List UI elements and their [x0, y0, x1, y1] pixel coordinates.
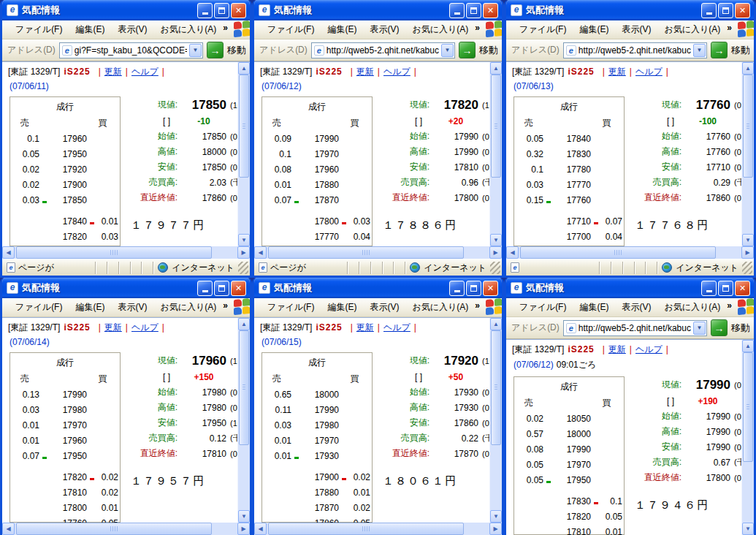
- refresh-link[interactable]: 更新: [104, 322, 122, 334]
- menu-view[interactable]: 表示(V): [615, 20, 657, 39]
- vertical-scroll-thumb[interactable]: [743, 352, 753, 462]
- close-button[interactable]: ✕: [735, 3, 750, 18]
- scroll-down-button[interactable]: ▼: [742, 234, 754, 246]
- menu-file[interactable]: ファイル(F): [513, 298, 573, 316]
- close-button[interactable]: ✕: [483, 3, 498, 18]
- menu-file[interactable]: ファイル(F): [513, 20, 573, 39]
- vertical-scroll-thumb[interactable]: [491, 75, 501, 178]
- vertical-scroll-thumb[interactable]: [239, 330, 249, 445]
- horizontal-scroll-thumb[interactable]: [520, 246, 716, 259]
- menu-favorites[interactable]: お気に入り(A): [153, 20, 223, 39]
- scroll-up-button[interactable]: ▲: [490, 318, 502, 330]
- refresh-link[interactable]: 更新: [356, 66, 374, 78]
- menu-favorites[interactable]: お気に入り(A): [657, 298, 727, 316]
- toolbar-overflow-chevron[interactable]: »: [475, 300, 486, 315]
- menu-edit[interactable]: 編集(E): [573, 20, 615, 39]
- horizontal-scroll-thumb[interactable]: [16, 523, 212, 535]
- horizontal-scrollbar[interactable]: ◀ ▶: [2, 523, 250, 535]
- menu-edit[interactable]: 編集(E): [69, 298, 111, 316]
- maximize-button[interactable]: [214, 3, 229, 18]
- menu-view[interactable]: 表示(V): [363, 20, 405, 39]
- scroll-right-button[interactable]: ▶: [237, 523, 250, 535]
- help-link[interactable]: ヘルプ: [383, 322, 411, 334]
- menu-file[interactable]: ファイル(F): [9, 298, 69, 316]
- scroll-left-button[interactable]: ◀: [254, 523, 267, 535]
- scroll-down-button[interactable]: ▼: [490, 510, 502, 523]
- maximize-button[interactable]: [718, 281, 733, 296]
- scroll-down-button[interactable]: ▼: [238, 510, 250, 523]
- menu-edit[interactable]: 編集(E): [321, 298, 363, 316]
- close-button[interactable]: ✕: [735, 281, 750, 296]
- address-input[interactable]: [579, 323, 691, 333]
- address-dropdown-button[interactable]: ▼: [189, 44, 202, 57]
- minimize-button[interactable]: [449, 281, 465, 296]
- close-button[interactable]: ✕: [483, 281, 498, 296]
- address-input[interactable]: [327, 45, 439, 56]
- scroll-right-button[interactable]: ▶: [489, 523, 502, 535]
- title-bar[interactable]: e 気配情報 ✕: [254, 0, 502, 20]
- menu-edit[interactable]: 編集(E): [321, 20, 363, 39]
- toolbar-overflow-chevron[interactable]: »: [727, 23, 738, 37]
- help-link[interactable]: ヘルプ: [383, 66, 411, 78]
- scroll-down-button[interactable]: ▼: [238, 234, 250, 246]
- title-bar[interactable]: e 気配情報 ✕: [506, 278, 754, 298]
- address-input[interactable]: [75, 45, 187, 56]
- horizontal-scroll-track[interactable]: [519, 246, 741, 259]
- resize-grip[interactable]: [742, 262, 752, 274]
- minimize-button[interactable]: [701, 281, 717, 296]
- scroll-left-button[interactable]: ◀: [254, 246, 267, 259]
- menu-file[interactable]: ファイル(F): [261, 298, 321, 316]
- toolbar-overflow-chevron[interactable]: »: [223, 300, 234, 315]
- scroll-right-button[interactable]: ▶: [489, 246, 502, 259]
- help-link[interactable]: ヘルプ: [635, 66, 663, 78]
- go-button[interactable]: →: [711, 319, 728, 336]
- refresh-link[interactable]: 更新: [356, 322, 374, 334]
- minimize-button[interactable]: [449, 3, 465, 18]
- scroll-up-button[interactable]: ▲: [238, 318, 250, 330]
- toolbar-overflow-chevron[interactable]: »: [475, 23, 486, 37]
- refresh-link[interactable]: 更新: [608, 66, 626, 78]
- menu-view[interactable]: 表示(V): [363, 298, 405, 316]
- resize-grip[interactable]: [490, 262, 500, 274]
- menu-edit[interactable]: 編集(E): [573, 298, 615, 316]
- go-button[interactable]: →: [711, 42, 728, 58]
- help-link[interactable]: ヘルプ: [635, 344, 663, 356]
- menu-view[interactable]: 表示(V): [111, 298, 153, 316]
- scroll-left-button[interactable]: ◀: [2, 246, 15, 259]
- scroll-right-button[interactable]: ▶: [237, 246, 250, 259]
- vertical-scrollbar[interactable]: ▲ ▼: [489, 318, 502, 523]
- go-button[interactable]: →: [207, 42, 224, 58]
- horizontal-scroll-track[interactable]: [267, 523, 489, 535]
- menu-view[interactable]: 表示(V): [615, 298, 657, 316]
- vertical-scroll-thumb[interactable]: [743, 75, 753, 178]
- horizontal-scrollbar[interactable]: ◀ ▶: [506, 246, 754, 259]
- maximize-button[interactable]: [466, 281, 481, 296]
- title-bar[interactable]: e 気配情報 ✕: [2, 0, 250, 20]
- menu-favorites[interactable]: お気に入り(A): [405, 20, 475, 39]
- toolbar-overflow-chevron[interactable]: »: [223, 23, 234, 37]
- scroll-left-button[interactable]: ◀: [506, 246, 519, 259]
- vertical-scrollbar[interactable]: ▲ ▼: [237, 62, 250, 246]
- minimize-button[interactable]: [701, 3, 717, 18]
- vertical-scrollbar[interactable]: ▲ ▼: [237, 318, 250, 523]
- close-button[interactable]: ✕: [231, 281, 246, 296]
- horizontal-scrollbar[interactable]: ◀ ▶: [2, 246, 250, 259]
- vertical-scrollbar[interactable]: ▲ ▼: [741, 62, 754, 246]
- horizontal-scroll-track[interactable]: [267, 246, 489, 259]
- scroll-up-button[interactable]: ▲: [238, 62, 250, 75]
- vertical-scrollbar[interactable]: ▲ ▼: [741, 340, 754, 535]
- help-link[interactable]: ヘルプ: [131, 322, 159, 334]
- title-bar[interactable]: e 気配情報 ✕: [506, 0, 754, 20]
- menu-file[interactable]: ファイル(F): [9, 20, 69, 39]
- go-button[interactable]: →: [459, 42, 476, 58]
- address-dropdown-button[interactable]: ▼: [693, 322, 706, 335]
- vertical-scroll-thumb[interactable]: [239, 75, 249, 178]
- vertical-scrollbar[interactable]: ▲ ▼: [489, 62, 502, 246]
- scroll-right-button[interactable]: ▶: [741, 246, 754, 259]
- maximize-button[interactable]: [718, 3, 733, 18]
- refresh-link[interactable]: 更新: [104, 66, 122, 78]
- menu-favorites[interactable]: お気に入り(A): [153, 298, 223, 316]
- refresh-link[interactable]: 更新: [608, 344, 626, 356]
- menu-favorites[interactable]: お気に入り(A): [657, 20, 727, 39]
- scroll-up-button[interactable]: ▲: [490, 62, 502, 75]
